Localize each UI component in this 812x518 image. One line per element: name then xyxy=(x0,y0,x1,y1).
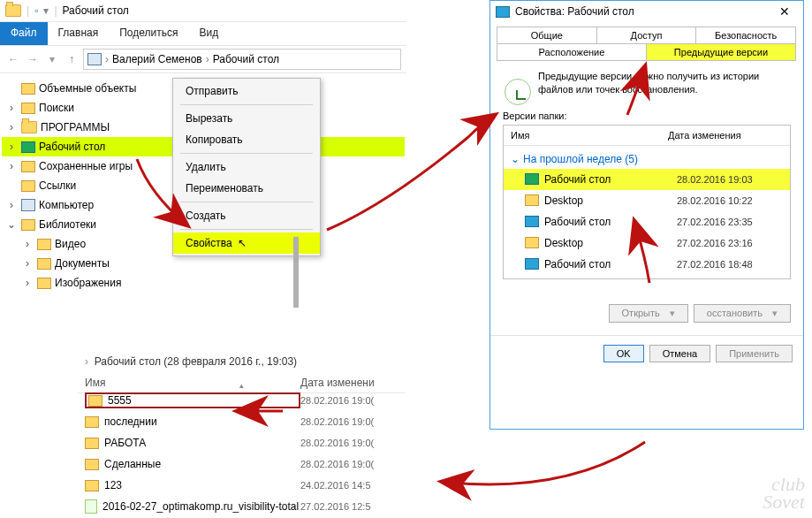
expand-icon[interactable]: › xyxy=(21,257,34,270)
ribbon-tab-share[interactable]: Поделиться xyxy=(109,22,188,45)
folder-icon xyxy=(85,416,99,428)
version-date: 27.02.2016 23:16 xyxy=(677,238,783,248)
expand-icon[interactable]: › xyxy=(5,160,18,172)
cancel-button[interactable]: Отмена xyxy=(649,345,710,362)
ribbon-tab-home[interactable]: Главная xyxy=(48,22,110,45)
apply-button[interactable]: Применить xyxy=(716,345,793,362)
tree-item-label: ПРОГРАММЫ xyxy=(41,121,110,133)
properties-tab[interactable]: Безопасность xyxy=(695,27,796,44)
restored-breadcrumb: › Рабочий стол (28 февраля 2016 г., 19:0… xyxy=(85,355,405,368)
expand-icon[interactable]: › xyxy=(5,141,18,153)
folder-icon xyxy=(85,459,99,470)
list-item[interactable]: 2016-02-27_optimakomp.ru_visibility-tota… xyxy=(78,496,405,517)
col-date[interactable]: Дата изменени xyxy=(300,377,398,389)
tree-item-label: Сохраненные игры xyxy=(39,160,133,172)
nav-recent[interactable]: ▾ xyxy=(44,51,60,67)
watermark: clubSovet xyxy=(763,476,805,511)
col-name[interactable]: Имя xyxy=(85,377,300,389)
list-item[interactable]: 12324.02.2016 14:5 xyxy=(78,475,405,496)
nav-fwd[interactable]: → xyxy=(25,51,41,67)
breadcrumb-folder[interactable]: Рабочий стол xyxy=(213,53,279,65)
properties-tab[interactable]: Доступ xyxy=(596,27,697,44)
ribbon-tab-view[interactable]: Вид xyxy=(188,22,229,45)
item-name: РАБОТА xyxy=(104,437,146,449)
tree-item[interactable]: ›Изображения xyxy=(2,273,405,293)
pc-icon xyxy=(21,199,35,211)
version-row[interactable]: Desktop28.02.2016 10:22 xyxy=(504,190,790,211)
col-date[interactable]: Дата изменения xyxy=(661,126,790,145)
item-name: 123 xyxy=(104,479,122,491)
version-row[interactable]: Рабочий стол27.02.2016 18:48 xyxy=(504,254,790,275)
dialog-buttons: OK Отмена Применить xyxy=(490,335,803,371)
expand-icon[interactable]: › xyxy=(5,199,18,211)
nav-up[interactable]: ↑ xyxy=(64,51,80,67)
item-name: 2016-02-27_optimakomp.ru_visibility-tota… xyxy=(102,500,299,513)
menu-item[interactable]: Копировать xyxy=(173,129,320,150)
tree-item-label: Документы xyxy=(55,257,110,270)
breadcrumb-user[interactable]: Валерий Семенов xyxy=(112,53,202,65)
col-name[interactable]: Имя xyxy=(504,126,661,145)
list-item[interactable]: Сделанные28.02.2016 19:0( xyxy=(78,453,405,475)
menu-item[interactable]: Вырезать xyxy=(173,108,320,129)
history-icon xyxy=(505,79,531,105)
tree-item[interactable]: ›Документы xyxy=(2,254,405,273)
save-icon xyxy=(21,161,35,172)
versions-label: Версии папки: xyxy=(503,110,791,121)
qat-dd[interactable]: ▾ xyxy=(43,4,49,17)
ribbon: Файл Главная Поделиться Вид xyxy=(0,22,406,45)
expand-icon[interactable]: › xyxy=(5,102,18,114)
version-name: Рабочий стол xyxy=(544,173,611,186)
item-name: последнии xyxy=(104,415,157,428)
properties-tabs: ОбщиеДоступБезопасностьРасположениеПреды… xyxy=(497,27,796,61)
menu-item[interactable]: Удалить xyxy=(173,156,320,178)
properties-tab[interactable]: Общие xyxy=(497,27,597,44)
chevron-icon: › xyxy=(105,53,109,65)
item-date: 28.02.2016 19:0( xyxy=(300,395,398,406)
ok-button[interactable]: OK xyxy=(603,345,644,362)
context-menu: ОтправитьВырезатьКопироватьУдалитьПереим… xyxy=(172,78,321,256)
version-row[interactable]: Desktop27.02.2016 23:16 xyxy=(504,232,790,254)
menu-item[interactable]: Отправить xyxy=(173,80,320,102)
expand-icon[interactable]: › xyxy=(21,277,34,289)
address-bar[interactable]: › Валерий Семенов › Рабочий стол xyxy=(83,49,401,70)
close-button[interactable]: ✕ xyxy=(771,4,798,19)
tree-item-label: Рабочий стол xyxy=(39,141,105,153)
version-group[interactable]: ⌄ На прошлой неделе (5) xyxy=(504,149,790,169)
restore-button[interactable]: осстановить ▾ xyxy=(694,304,791,323)
prev-versions-desc: Предыдущие версии можно получить из исто… xyxy=(538,70,794,96)
menu-item[interactable]: Переименовать xyxy=(173,178,320,199)
menu-item[interactable]: Создать xyxy=(173,205,320,226)
item-date: 28.02.2016 19:0( xyxy=(300,438,398,448)
list-item[interactable]: 555528.02.2016 19:0( xyxy=(78,390,405,411)
version-date: 27.02.2016 18:48 xyxy=(677,259,783,270)
version-row[interactable]: Рабочий стол28.02.2016 19:03 xyxy=(504,169,790,190)
qat-icon[interactable]: ▫ xyxy=(34,4,38,17)
open-button[interactable]: Открыть ▾ xyxy=(609,304,688,323)
expand-icon[interactable]: › xyxy=(5,121,18,133)
properties-title: Свойства: Рабочий стол xyxy=(515,5,634,18)
properties-tab[interactable]: Расположение xyxy=(497,43,647,61)
img-icon xyxy=(37,278,51,289)
properties-tab[interactable]: Предыдущие версии xyxy=(646,43,796,61)
expand-icon[interactable]: ⌄ xyxy=(5,218,18,231)
tree-item-label: Объемные объекты xyxy=(39,82,136,95)
explorer-titlebar: | ▫ ▾ | Рабочий стол xyxy=(0,0,406,22)
menu-separator xyxy=(180,202,313,202)
chevron-down-icon: ▾ xyxy=(772,308,778,318)
list-item[interactable]: последнии28.02.2016 19:0( xyxy=(78,411,405,432)
ribbon-tab-file[interactable]: Файл xyxy=(0,22,48,45)
menu-separator xyxy=(180,153,313,154)
folder-icon xyxy=(85,438,99,449)
address-bar-row: ← → ▾ ↑ › Валерий Семенов › Рабочий стол xyxy=(0,45,406,73)
item-name: 5555 xyxy=(108,394,132,407)
tree-item-label: Библиотеки xyxy=(39,218,96,231)
cube-icon xyxy=(21,83,35,95)
list-item[interactable]: РАБОТА28.02.2016 19:0( xyxy=(78,432,405,453)
expand-icon[interactable]: › xyxy=(21,238,34,250)
version-row[interactable]: Рабочий стол27.02.2016 23:35 xyxy=(504,211,790,232)
version-date: 28.02.2016 19:03 xyxy=(677,174,783,185)
version-actions: Открыть ▾ осстановить ▾ xyxy=(490,299,803,328)
qat-sep2: | xyxy=(54,4,57,17)
nav-back[interactable]: ← xyxy=(5,51,21,67)
desktop-icon xyxy=(525,258,539,270)
